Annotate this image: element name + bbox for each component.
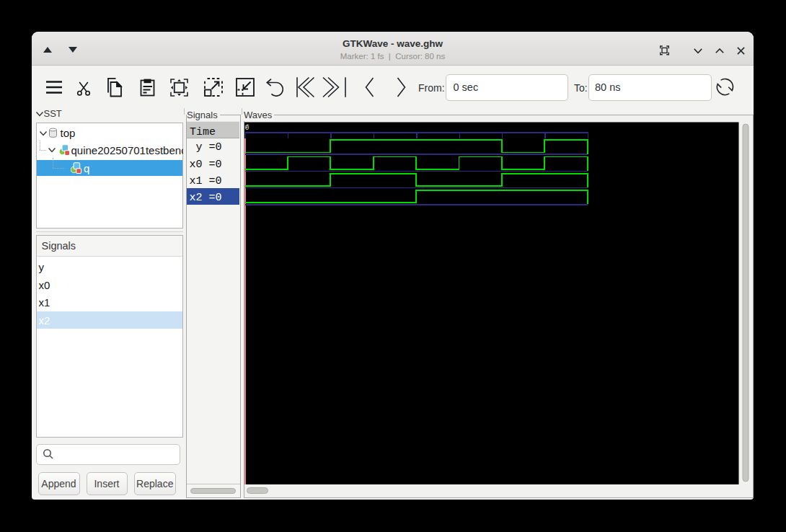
svg-text:0: 0 xyxy=(244,124,249,132)
